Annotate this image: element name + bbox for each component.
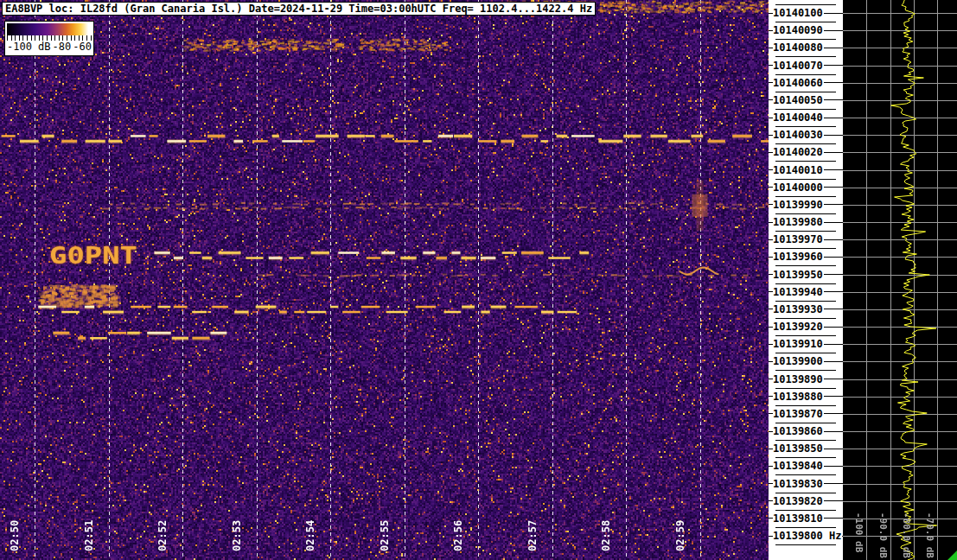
frequency-tick-label: 10139830 — [769, 478, 843, 490]
freq-half-tickline — [775, 161, 836, 162]
time-tick-label: 02:52 — [169, 517, 181, 551]
freq-gridline — [824, 239, 843, 240]
time-label-text: 02:52 — [156, 520, 169, 551]
colorbar-labels: -100 dB -80 -60 — [7, 41, 92, 53]
freq-gridline — [824, 169, 843, 170]
freq-gridline — [824, 344, 843, 345]
freq-gridline — [824, 30, 843, 31]
freq-label-text: 10140030 — [773, 129, 823, 141]
freq-gridline — [824, 65, 843, 66]
db-axis-label: -70.0 dB — [925, 512, 937, 560]
freq-label-text: 10139920 — [773, 321, 823, 333]
time-tick-label: 02:51 — [95, 517, 107, 551]
freq-half-tickline — [775, 4, 836, 5]
db-axis-label: -90.0 dB — [878, 512, 890, 560]
freq-half-tickline — [775, 423, 836, 423]
time-tick-label: 02:56 — [464, 517, 476, 551]
colorbar-label-mid: -80 — [53, 41, 72, 53]
frequency-axis: 1014010010140090101400801014007010140060… — [769, 0, 843, 560]
freq-half-tickline — [775, 544, 836, 545]
freq-half-tickline — [775, 510, 836, 511]
freq-gridline — [824, 13, 843, 14]
freq-label-text: 10140010 — [773, 164, 823, 176]
frequency-tick-label: 10139940 — [769, 286, 843, 298]
frequency-tick-label: 10140050 — [769, 94, 843, 106]
freq-label-text: 10139840 — [773, 460, 823, 472]
freq-gridline — [824, 327, 843, 328]
freq-gridline — [824, 222, 843, 223]
freq-label-text: 10139850 — [773, 442, 823, 455]
frequency-tick-label: 10139870 — [769, 408, 843, 420]
frequency-tick-label: 10139880 — [769, 391, 843, 403]
freq-gridline — [824, 274, 843, 275]
freq-gridline — [824, 483, 843, 484]
qrss-grabber-window: EA8BVP loc: IL28fd (Gran Canaria Isl.) D… — [0, 0, 957, 560]
freq-label-text: 10139970 — [773, 233, 823, 245]
frequency-tick-label: 10139960 — [769, 251, 843, 263]
colorbar-legend: -100 dB -80 -60 — [4, 21, 94, 56]
freq-gridline — [824, 187, 843, 188]
freq-half-tickline — [775, 143, 836, 144]
freq-label-text: 10139870 — [773, 408, 823, 420]
freq-half-tickline — [775, 126, 836, 127]
freq-label-text: 10139900 — [773, 355, 823, 367]
time-label-text: 02:55 — [379, 520, 391, 551]
freq-label-text: 10139810 — [773, 512, 823, 525]
freq-gridline — [824, 466, 843, 467]
time-tick-label: 02:59 — [686, 517, 699, 551]
time-tick-label: 02:55 — [391, 517, 403, 551]
freq-label-text: 10140020 — [773, 146, 823, 158]
header-title: EA8BVP loc: IL28fd (Gran Canaria Isl.) D… — [2, 2, 596, 16]
time-label-text: 02:56 — [452, 520, 464, 551]
frequency-tick-label: 10139800 Hz — [769, 530, 843, 542]
time-label-text: 02:50 — [9, 520, 21, 551]
freq-gridline — [824, 413, 843, 414]
freq-label-text: 10139820 — [773, 495, 823, 507]
freq-label-text: 10139980 — [773, 216, 823, 228]
time-label-text: 02:54 — [304, 520, 316, 551]
freq-gridline — [824, 379, 843, 379]
freq-half-tickline — [775, 527, 836, 528]
freq-half-tickline — [775, 493, 836, 493]
freq-gridline — [824, 396, 843, 397]
frequency-tick-label: 10140010 — [769, 164, 843, 176]
freq-half-tickline — [775, 74, 836, 75]
freq-gridline — [824, 99, 843, 100]
freq-half-tickline — [775, 370, 836, 371]
frequency-tick-label: 10139920 — [769, 321, 843, 333]
frequency-tick-label: 10139980 — [769, 216, 843, 228]
time-label-text: 02:59 — [674, 520, 686, 551]
freq-half-tickline — [775, 301, 836, 302]
freq-gridline — [824, 82, 843, 83]
freq-gridline — [824, 152, 843, 153]
freq-gridline — [824, 309, 843, 309]
freq-label-text: 10139950 — [773, 269, 823, 281]
freq-half-tickline — [775, 474, 836, 475]
time-tick-label: 02:58 — [612, 517, 624, 551]
freq-label-text: 10139830 — [773, 478, 823, 490]
frequency-tick-label: 10139860 — [769, 425, 843, 437]
freq-half-tickline — [775, 440, 836, 441]
freq-half-tickline — [775, 265, 836, 266]
colorbar-gradient — [7, 23, 92, 35]
spectrum-panel: -100 dB-90.0 dB-80.0 dB-70.0 dB — [843, 0, 957, 560]
freq-label-text: 10140000 — [773, 181, 823, 194]
freq-label-text: 10139910 — [773, 338, 823, 350]
frequency-tick-label: 10139810 — [769, 512, 843, 525]
freq-half-tickline — [775, 457, 836, 458]
frequency-tick-label: 10140030 — [769, 129, 843, 141]
freq-gridline — [824, 449, 843, 449]
corner-marker — [947, 550, 957, 560]
freq-half-tickline — [775, 196, 836, 197]
time-label-text: 02:51 — [83, 520, 95, 551]
freq-half-tickline — [775, 405, 836, 406]
db-axis-label: -100 dB — [854, 512, 866, 560]
db-axis-label: -80.0 dB — [902, 512, 914, 560]
freq-half-tickline — [775, 248, 836, 249]
frequency-tick-label: 10139850 — [769, 442, 843, 455]
frequency-tick-label: 10140090 — [769, 24, 843, 36]
freq-label-text: 10140050 — [773, 94, 823, 106]
frequency-tick-label: 10139900 — [769, 355, 843, 367]
freq-half-tickline — [775, 231, 836, 232]
frequency-tick-label: 10139930 — [769, 303, 843, 315]
